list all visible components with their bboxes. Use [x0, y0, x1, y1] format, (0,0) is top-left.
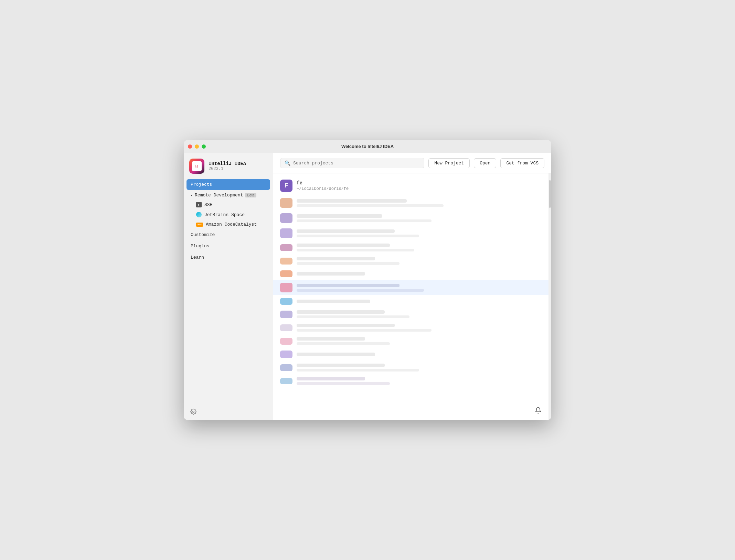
sidebar: IJ IntelliJ IDEA 2023.1 Projects ▾ Remot… [184, 153, 273, 420]
list-item[interactable] [273, 361, 548, 374]
ssh-label: SSH [204, 202, 212, 207]
blurred-text [297, 229, 542, 237]
amazon-codecatalyst-label: Amazon CodeCatalyst [206, 222, 257, 227]
app-info: IntelliJ IDEA 2023.1 [209, 161, 246, 171]
chevron-down-icon: ▾ [191, 193, 193, 197]
search-icon: 🔍 [285, 160, 290, 166]
projects-label: Projects [191, 182, 212, 187]
project-path: ~/LocalDoris/doris/fe [297, 186, 349, 191]
settings-button[interactable] [189, 408, 198, 416]
blurred-text [297, 300, 542, 303]
jetbrains-space-icon [196, 212, 202, 217]
ssh-icon: ▶ [196, 202, 202, 207]
sidebar-item-learn[interactable]: Learn [187, 252, 270, 263]
get-from-vcs-button[interactable]: Get from VCS [500, 158, 544, 168]
list-item[interactable] [273, 348, 548, 361]
list-item[interactable] [273, 268, 548, 280]
blurred-text [297, 214, 542, 222]
main-content: IJ IntelliJ IDEA 2023.1 Projects ▾ Remot… [184, 153, 551, 420]
project-color-block [280, 244, 292, 251]
blurred-text [297, 353, 542, 356]
sidebar-header: IJ IntelliJ IDEA 2023.1 [184, 153, 273, 178]
app-icon: IJ [189, 159, 204, 174]
project-name: fe [297, 180, 349, 186]
search-box[interactable]: 🔍 [280, 158, 424, 168]
project-color-block [280, 270, 292, 277]
scrollbar-track[interactable] [548, 173, 551, 420]
list-item[interactable] [273, 211, 548, 226]
blurred-text [297, 199, 542, 207]
project-color-block [280, 378, 292, 384]
plugins-label: Plugins [191, 244, 210, 249]
list-item[interactable] [273, 321, 548, 334]
remote-dev-label: Remote Development [195, 193, 243, 198]
sidebar-nav: Projects ▾ Remote Development Beta ▶ SSH… [184, 178, 273, 403]
customize-label: Customize [191, 232, 215, 237]
project-color-block [280, 283, 292, 292]
sidebar-item-customize[interactable]: Customize [187, 229, 270, 240]
project-info: fe ~/LocalDoris/doris/fe [297, 180, 349, 191]
traffic-lights [188, 144, 206, 149]
project-color-block [280, 228, 292, 238]
project-color-block [280, 324, 292, 331]
jetbrains-space-label: JetBrains Space [204, 212, 245, 217]
project-avatar: F [280, 180, 292, 192]
list-item[interactable] [273, 226, 548, 241]
project-color-block [280, 258, 292, 265]
sidebar-item-projects[interactable]: Projects [187, 179, 270, 190]
app-version: 2023.1 [209, 166, 246, 171]
notification-button[interactable] [535, 407, 543, 415]
new-project-button[interactable]: New Project [428, 158, 470, 168]
list-item[interactable] [273, 334, 548, 348]
main-panel: 🔍 New Project Open Get from VCS F [273, 153, 551, 420]
aws-icon: aws [196, 223, 203, 227]
list-item[interactable] [273, 308, 548, 321]
app-icon-inner: IJ [192, 161, 202, 171]
learn-label: Learn [191, 255, 204, 260]
blurred-text [297, 364, 542, 371]
blurred-text [297, 257, 542, 265]
maximize-button[interactable] [202, 144, 206, 149]
project-color-block [280, 364, 292, 371]
scrollbar-thumb[interactable] [549, 180, 551, 208]
blurred-text [297, 284, 542, 292]
sidebar-item-ssh[interactable]: ▶ SSH [187, 200, 270, 209]
window-title: Welcome to IntelliJ IDEA [341, 144, 394, 149]
list-item[interactable] [273, 195, 548, 211]
blurred-text [297, 310, 542, 318]
project-item-fe[interactable]: F fe ~/LocalDoris/doris/fe [273, 176, 548, 195]
sidebar-item-amazon-codecatalyst[interactable]: aws Amazon CodeCatalyst [187, 220, 270, 229]
project-color-block [280, 338, 292, 345]
search-input[interactable] [293, 161, 420, 166]
project-color-block [280, 351, 292, 358]
list-item[interactable] [273, 241, 548, 254]
blurred-text [297, 272, 542, 276]
sidebar-item-plugins[interactable]: Plugins [187, 241, 270, 251]
titlebar: Welcome to IntelliJ IDEA [184, 140, 551, 153]
sidebar-item-remote-dev[interactable]: ▾ Remote Development Beta [187, 191, 270, 200]
app-name: IntelliJ IDEA [209, 161, 246, 166]
projects-panel: F fe ~/LocalDoris/doris/fe [273, 173, 551, 420]
close-button[interactable] [188, 144, 192, 149]
project-color-block [280, 311, 292, 318]
sidebar-item-jetbrains-space[interactable]: JetBrains Space [187, 210, 270, 219]
list-item[interactable] [273, 295, 548, 308]
sidebar-footer [184, 403, 273, 420]
list-item[interactable] [273, 280, 548, 295]
beta-badge: Beta [245, 193, 256, 197]
blurred-text [297, 337, 542, 345]
minimize-button[interactable] [195, 144, 199, 149]
svg-point-0 [193, 411, 194, 413]
blurred-text [297, 324, 542, 332]
list-item[interactable] [273, 374, 548, 388]
open-button[interactable]: Open [474, 158, 496, 168]
project-color-block [280, 213, 292, 223]
main-window: Welcome to IntelliJ IDEA IJ IntelliJ IDE… [184, 140, 551, 420]
list-item[interactable] [273, 254, 548, 268]
toolbar: 🔍 New Project Open Get from VCS [273, 153, 551, 173]
blurred-text [297, 377, 542, 385]
blurred-text [297, 244, 542, 251]
project-color-block [280, 198, 292, 208]
project-color-block [280, 298, 292, 305]
projects-list: F fe ~/LocalDoris/doris/fe [273, 173, 548, 420]
